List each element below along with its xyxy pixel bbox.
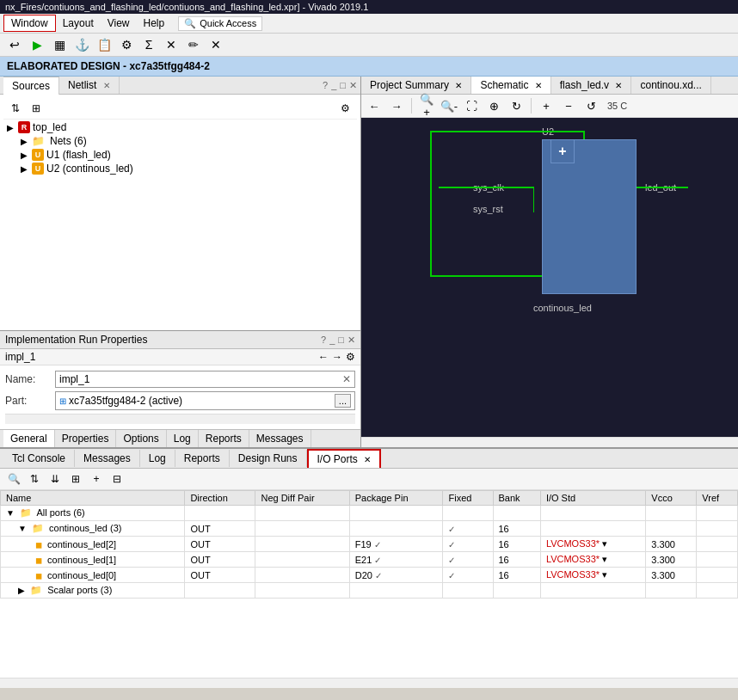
impl-help[interactable]: ? [321,335,326,346]
tree-nets-row[interactable]: ▶ 📁 Nets (6) [19,134,355,148]
btab2-io-ports[interactable]: I/O Ports ✕ [307,449,382,468]
sch-scrollbar-h[interactable] [361,437,738,447]
rtab-schematic[interactable]: Schematic ✕ [471,77,550,94]
sch-reload-btn[interactable]: ↺ [581,96,600,115]
io-collapse-btn[interactable]: ⇊ [46,470,64,488]
tree-root-row[interactable]: ▶ R top_led [5,120,355,134]
contled-expand[interactable]: ▼ [18,524,27,533]
btab-log[interactable]: Log [167,430,199,447]
btab2-design-runs[interactable]: Design Runs [230,450,307,467]
tree-root-toggle[interactable]: ▶ [7,123,15,132]
iostd-dropdown-1[interactable]: ▾ [602,554,607,564]
io-something-btn[interactable]: ⊟ [108,470,126,488]
field-name-input[interactable]: impl_1 ✕ [55,371,355,388]
iostd-dropdown-0[interactable]: ▾ [602,538,607,549]
impl-back-btn[interactable]: ← [318,351,329,363]
toolbar-run-btn[interactable]: ▶ [28,35,46,54]
bottom-scrollbar[interactable] [0,678,738,688]
toolbar-close-btn[interactable]: ✕ [206,35,225,54]
tree-u1-toggle[interactable]: ▶ [21,150,29,160]
btab2-io-close[interactable]: ✕ [364,455,371,464]
tab-restore[interactable]: □ [340,80,346,91]
sch-plus-btn[interactable]: + [537,96,556,115]
btab2-messages[interactable]: Messages [75,450,140,467]
td-scalar-iostd [540,583,645,599]
sch-select-btn[interactable]: ⊕ [484,96,503,115]
tab-sources[interactable]: Sources [3,77,59,95]
quick-access-bar[interactable]: 🔍 Quick Access [178,16,262,31]
toolbar-grid-btn[interactable]: ▦ [50,35,69,54]
btab-general[interactable]: General [3,430,55,447]
impl-close[interactable]: ✕ [347,335,355,346]
iostd-dropdown-2[interactable]: ▾ [602,569,607,580]
sch-refresh-btn[interactable]: ↻ [507,96,526,115]
impl-minimize[interactable]: _ [329,335,335,346]
toolbar-anchor-btn[interactable]: ⚓ [72,35,91,54]
sch-zoom-out-btn[interactable]: 🔍- [440,96,458,115]
btab2-tcl[interactable]: Tcl Console [3,450,75,467]
btab-properties[interactable]: Properties [55,430,117,447]
io-add-btn[interactable]: + [88,470,105,488]
btab2-log[interactable]: Log [140,450,175,467]
sch-plus-icon[interactable]: + [550,139,575,163]
menu-view[interactable]: View [101,15,137,31]
menu-layout[interactable]: Layout [56,15,101,31]
toolbar-edit-btn[interactable]: ✏ [184,35,203,54]
sources-expand-btn[interactable]: ⊞ [28,100,45,117]
schematic-canvas[interactable]: U2 + sys_clk sys_rst led_out continous_l… [361,118,738,437]
tab-help[interactable]: ? [323,80,328,91]
table-row-contled-group[interactable]: ▼ 📁 continous_led (3) OUT ✓ 16 [1,521,738,537]
menu-help[interactable]: Help [137,15,172,31]
toolbar-sigma-btn[interactable]: Σ [139,35,158,54]
part-more-btn[interactable]: ... [335,394,351,408]
btab-reports[interactable]: Reports [199,430,249,447]
sources-gear-btn[interactable]: ⚙ [336,100,354,117]
scalar-expand[interactable]: ▶ [18,586,25,595]
io-search-btn[interactable]: 🔍 [5,470,22,488]
btab-options[interactable]: Options [116,430,166,447]
impl-restore[interactable]: □ [338,335,344,346]
rtab-continou[interactable]: continou.xd... [631,77,710,94]
sch-minus-btn[interactable]: − [559,96,578,115]
table-row[interactable]: ◼ continous_led[0] OUT D20 ✓ ✓ 16 LVCMOS… [1,568,738,583]
table-row[interactable]: ◼ continous_led[2] OUT F19 ✓ ✓ 16 LVCMOS… [1,537,738,552]
rtab-sch-close[interactable]: ✕ [535,81,542,90]
impl-bottom-tabs: General Properties Options Log Reports M… [0,429,360,447]
field-name-clear[interactable]: ✕ [342,373,351,385]
toolbar-undo-btn[interactable]: ↩ [5,35,24,54]
rtab-fl-close[interactable]: ✕ [615,81,622,90]
tree-u1-row[interactable]: ▶ U U1 (flash_led) [19,148,355,162]
impl-forward-btn[interactable]: → [332,351,342,363]
impl-settings-btn[interactable]: ⚙ [346,351,355,363]
toolbar-copy-btn[interactable]: 📋 [95,35,114,54]
sources-filter-btn[interactable]: ⇅ [7,100,24,117]
sch-zoom-in-btn[interactable]: 🔍+ [417,96,436,115]
btab-messages[interactable]: Messages [249,430,311,447]
tab-netlist[interactable]: Netlist ✕ [59,77,120,94]
btab2-reports[interactable]: Reports [175,450,230,467]
tree-u2-toggle[interactable]: ▶ [21,164,29,174]
allports-expand[interactable]: ▼ [6,508,15,518]
io-grid-btn[interactable]: ⊞ [67,470,84,488]
sch-fit-btn[interactable]: ⛶ [462,96,481,115]
table-row-scalar[interactable]: ▶ 📁 Scalar ports (3) [1,583,738,599]
tab-netlist-close[interactable]: ✕ [103,81,110,90]
td-row0-dir: OUT [185,537,255,552]
impl-scrollbar-h[interactable] [5,414,355,424]
rtab-flash-led[interactable]: flash_led.v ✕ [551,77,632,94]
allports-folder-icon: 📁 [20,507,32,518]
tree-u2-row[interactable]: ▶ U U2 (continous_led) [19,162,355,175]
table-row-allports[interactable]: ▼ 📁 All ports (6) [1,506,738,521]
toolbar-cancel-btn[interactable]: ✕ [162,35,181,54]
io-expand-btn[interactable]: ⇅ [26,470,43,488]
tab-close-panel[interactable]: ✕ [349,80,357,91]
tab-minimize[interactable]: _ [331,80,336,91]
rtab-ps-close[interactable]: ✕ [455,81,462,90]
sch-back-btn[interactable]: ← [365,96,384,115]
table-row[interactable]: ◼ continous_led[1] OUT E21 ✓ ✓ 16 LVCMOS… [1,552,738,568]
sch-forward-btn[interactable]: → [387,96,406,115]
rtab-project-summary[interactable]: Project Summary ✕ [361,77,471,94]
toolbar-settings-btn[interactable]: ⚙ [117,35,136,54]
tree-nets-toggle[interactable]: ▶ [21,137,29,146]
menu-window[interactable]: Window [3,15,56,32]
